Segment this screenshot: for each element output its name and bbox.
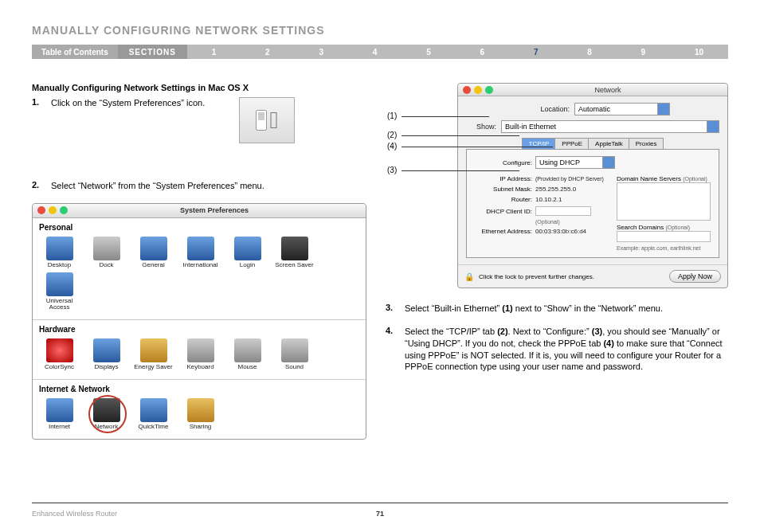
network-window: Network Location: Automatic Show: Built-… [457,83,728,288]
callout-3-line [402,170,519,171]
keyboard-icon [187,338,214,362]
page-title: MANUALLY CONFIGURING NETWORK SETTINGS [32,24,728,37]
minimize-icon[interactable] [474,86,482,94]
pref-desktop[interactable]: Desktop [37,237,82,269]
pref-colorsync[interactable]: ColorSync [37,338,82,371]
pref-international[interactable]: International [178,237,223,269]
search-label: Search Domains (Optional) [617,224,712,231]
close-icon[interactable] [463,86,471,94]
dhcp-label: DHCP Client ID: [473,208,532,215]
nw-window-title: Network [493,86,723,94]
dns-label: Domain Name Servers (Optional) [617,175,712,182]
zoom-icon[interactable] [60,206,68,214]
apply-now-button[interactable]: Apply Now [669,270,721,283]
pref-energy[interactable]: Energy Saver [131,338,176,371]
pref-quicktime[interactable]: QuickTime [131,398,176,431]
login-icon [234,237,261,260]
step-1-text: Click on the “System Preferences” icon. [51,97,370,145]
callout-4-line [402,147,553,147]
sp-titlebar: System Preferences [33,204,366,218]
subnet-value: 255.255.255.0 [535,186,576,193]
close-icon[interactable] [37,206,45,214]
location-select[interactable]: Automatic [574,103,670,115]
configure-select[interactable]: Using DHCP [535,156,615,169]
lock-text: Click the lock to prevent further change… [479,273,594,280]
screensaver-icon [281,237,308,260]
section-10[interactable]: 10 [695,48,703,57]
zoom-icon[interactable] [485,86,493,94]
section-9[interactable]: 9 [641,48,646,57]
pref-sound[interactable]: Sound [272,338,317,371]
router-value: 10.10.2.1 [535,196,562,203]
tab-appletalk[interactable]: AppleTalk [588,138,630,149]
configure-label: Configure: [473,159,532,166]
section-7[interactable]: 7 [534,48,539,57]
step-4-text: Select the “TCP/IP” tab (2). Next to “Co… [405,326,728,373]
pref-mouse[interactable]: Mouse [225,338,270,371]
minimize-icon[interactable] [49,206,57,214]
tab-proxies[interactable]: Proxies [629,138,664,149]
tab-pppoe[interactable]: PPPoE [554,138,590,149]
sharing-icon [187,398,214,422]
subnet-label: Subnet Mask: [473,186,532,193]
callout-2-line [402,135,519,136]
pref-keyboard[interactable]: Keyboard [178,338,223,371]
international-icon [187,237,214,260]
section-5[interactable]: 5 [426,48,431,57]
sound-icon [281,338,308,362]
callout-4: (4) [387,142,397,151]
step-2-text: Select “Network” from the “System Prefer… [51,180,370,192]
pref-general[interactable]: General [131,237,176,269]
energy-saver-icon [140,338,167,362]
section-numbers: 1 2 3 4 5 6 7 8 9 10 [187,48,728,57]
ip-label: IP Address: [473,175,532,182]
section-3[interactable]: 3 [319,48,323,57]
apple-icon:  [270,107,279,134]
system-preferences-app-icon:  [239,97,295,143]
section-4[interactable]: 4 [373,48,378,57]
quicktime-icon [140,398,167,422]
dhcp-note: (Optional) [535,219,560,225]
search-domains-input[interactable] [617,231,711,242]
page-number: 71 [376,510,384,518]
callout-2: (2) [387,131,397,139]
tcpip-panel: Configure: Using DHCP IP Address:(Provid… [466,149,719,258]
displays-icon [93,338,120,362]
pref-internet[interactable]: Internet [37,398,82,431]
callout-1-line [402,116,489,117]
dock-icon [93,237,120,260]
mouse-icon [234,338,261,362]
subheading: Manually Configuring Network Settings in… [32,83,370,92]
sp-section-hardware: Hardware [33,320,366,335]
step-3-text: Select “Built-in Ethernet” (1) next to “… [405,303,728,315]
toc-link[interactable]: Table of Contents [32,45,118,59]
show-label: Show: [466,123,496,131]
pref-network[interactable]: Network [84,398,129,431]
pref-displays[interactable]: Displays [84,338,129,371]
pref-login[interactable]: Login [225,237,270,269]
eth-label: Ethernet Address: [473,228,532,235]
section-navbar: Table of Contents SECTIONS 1 2 3 4 5 6 7… [32,45,728,59]
location-label: Location: [515,105,570,113]
section-1[interactable]: 1 [212,48,217,57]
pref-universal[interactable]: Universal Access [37,272,82,312]
nw-titlebar: Network [458,84,727,96]
pref-dock[interactable]: Dock [84,237,129,269]
dhcp-client-id-input[interactable] [535,206,591,216]
sp-section-internet: Internet & Network [33,380,366,395]
internet-icon [46,398,73,422]
network-icon [93,398,120,422]
section-6[interactable]: 6 [480,48,485,57]
step-4-number: 4. [386,326,405,373]
step-1-number: 1. [32,97,51,145]
section-8[interactable]: 8 [587,48,592,57]
callout-3: (3) [387,166,397,174]
dns-input[interactable] [617,182,711,221]
lock-icon[interactable]: 🔒 [464,272,474,281]
show-select[interactable]: Built-in Ethernet [501,120,719,133]
step-3-number: 3. [386,303,405,315]
pref-screensaver[interactable]: Screen Saver [272,237,317,269]
pref-sharing[interactable]: Sharing [178,398,223,431]
section-2[interactable]: 2 [265,48,270,57]
footer-divider [32,503,728,503]
